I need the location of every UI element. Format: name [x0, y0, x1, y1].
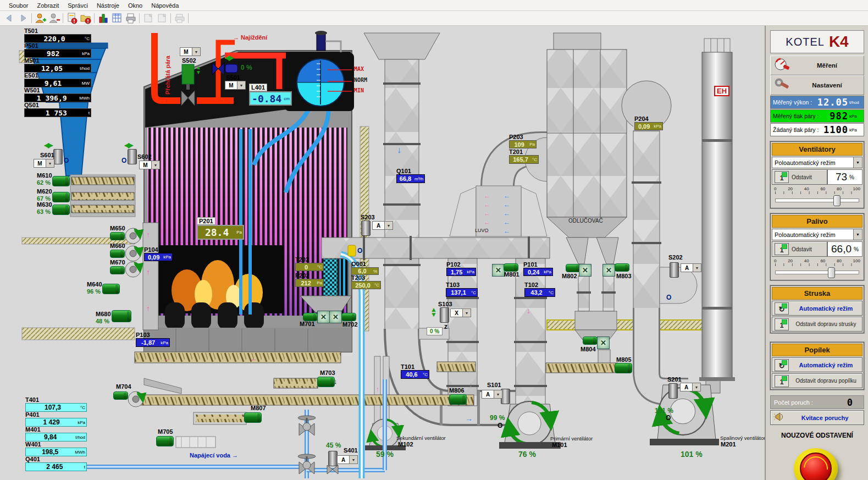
ventilatory-slider[interactable] [775, 198, 859, 202]
document-alert-icon[interactable] [65, 12, 79, 25]
s501-tag: S501 [226, 75, 240, 81]
m630-motor[interactable] [52, 205, 70, 215]
export-page2-icon[interactable] [155, 12, 169, 25]
m802-motor[interactable] [566, 264, 580, 272]
menu-zobrazit[interactable]: Zobrazit [32, 1, 63, 10]
m640-motor[interactable] [102, 284, 120, 294]
popilek-auto-button[interactable]: ↻Automatický režim [772, 357, 863, 372]
palivo-odstavit-button[interactable]: 1Odstavit [772, 241, 827, 257]
display-p501: P501982kPa [24, 42, 91, 58]
s502-mode-select[interactable]: M▼ [180, 47, 201, 56]
s602-tag: S602 [137, 154, 152, 160]
m804-motor[interactable] [583, 336, 598, 345]
m807-tag: M807 [251, 405, 266, 411]
m610-tag: M610 [37, 173, 52, 179]
s203-mode-select[interactable]: A▼ [372, 221, 393, 230]
toolbar [0, 11, 868, 26]
table-report-icon[interactable] [110, 12, 124, 25]
palivo-slider[interactable] [775, 271, 859, 274]
display-p202: P202212Pa [295, 272, 324, 287]
readout-zadany: Žádaný tlak páry :1100kPa [770, 123, 864, 136]
user-add-icon[interactable] [34, 12, 47, 25]
m702-tag: M702 [342, 322, 358, 328]
m704-tag: M704 [116, 384, 131, 390]
napajeci-voda-label: Napájecí voda → [190, 452, 238, 459]
s101-mode-select[interactable]: A▼ [482, 390, 502, 399]
popilek-odstavit-button[interactable]: 1Odstavit dopravu popílku [772, 373, 863, 388]
menu-okno[interactable]: Okno [124, 1, 147, 10]
m102-tag: M102 [398, 442, 413, 448]
struska-odstavit-button[interactable]: 1Odstavit dopravu strusky [772, 317, 863, 332]
m620-motor[interactable] [52, 192, 70, 202]
mereni-button[interactable]: Měření [770, 56, 864, 75]
printer-icon[interactable] [173, 12, 186, 25]
horn-icon [773, 412, 786, 424]
m801-tag: M801 [504, 272, 519, 278]
struska-auto-button[interactable]: ↻Automatický režim [772, 301, 863, 316]
print-report-icon[interactable] [124, 12, 137, 25]
m702-feeder[interactable]: ✕ [329, 311, 342, 323]
s602-mode-select[interactable]: M▼ [139, 161, 160, 169]
bar-chart-icon[interactable] [96, 12, 110, 25]
display-p104: P1040,09kPa [144, 246, 173, 261]
user-remove-icon[interactable] [47, 12, 61, 25]
s601-tag: S601 [40, 152, 54, 158]
s103-mode-select[interactable]: X▼ [450, 308, 471, 317]
s101-tag: S101 [487, 382, 501, 388]
display-l401: L401-0.84cm [249, 84, 292, 106]
m807-motor[interactable] [244, 412, 262, 423]
m680-motor[interactable] [112, 310, 131, 322]
s201-mode-select[interactable]: A▼ [680, 383, 701, 391]
s201-position: 101 % [655, 408, 673, 414]
folder-alert-icon[interactable] [79, 12, 92, 25]
m701-motor[interactable] [303, 313, 318, 321]
m804-feeder[interactable]: ✕ [597, 336, 610, 349]
m803-motor[interactable] [615, 263, 629, 272]
export-page-icon[interactable] [141, 12, 155, 25]
menu-napoveda[interactable]: Nápověda [147, 1, 183, 10]
ventilatory-slider-thumb[interactable] [833, 195, 841, 206]
nastaveni-button[interactable]: Nastavení [770, 75, 864, 95]
s401-actuator [328, 451, 338, 466]
m670-motor[interactable] [110, 266, 125, 274]
s401-mode-select[interactable]: A▼ [337, 455, 358, 464]
m801-feeder[interactable]: ✕ [492, 264, 505, 277]
s202-mode-select[interactable]: A▼ [681, 263, 701, 272]
m660-motor[interactable] [110, 250, 125, 258]
m703-motor[interactable] [317, 377, 335, 387]
m701-feeder[interactable]: ✕ [317, 311, 330, 323]
m704-motor[interactable] [113, 391, 128, 400]
kvitace-button[interactable]: Kvitace poruchy [770, 410, 864, 425]
m650-motor[interactable] [110, 232, 125, 240]
menu-soubor[interactable]: Soubor [4, 1, 32, 10]
s601-mode-select[interactable]: M▼ [34, 159, 54, 168]
dropdown-icon: ▼ [853, 229, 862, 240]
menu-bar: Soubor Zobrazit Správci Nástroje Okno Ná… [0, 0, 868, 11]
m806-motor[interactable] [449, 394, 467, 405]
menu-nastroje[interactable]: Nástroje [92, 1, 124, 10]
m610-motor[interactable] [52, 176, 70, 186]
m201-tag: M201 [721, 442, 736, 448]
m702-motor[interactable] [341, 313, 356, 321]
nav-back-icon[interactable] [2, 12, 16, 25]
m705-motor[interactable] [156, 436, 174, 446]
s601-o-flag: O [64, 157, 69, 164]
s501-mode-select[interactable]: M▼ [225, 81, 246, 90]
m101-speed: 76 % [518, 450, 536, 459]
nav-forward-icon[interactable] [16, 12, 30, 25]
ventilatory-odstavit-button[interactable]: 1Odstavit [772, 169, 827, 185]
m701-tag: M701 [300, 321, 315, 327]
palivo-mode-select[interactable]: Poloautomatický režim▼ [772, 229, 863, 240]
m802-feeder[interactable]: ✕ [579, 264, 591, 277]
menu-spravci[interactable]: Správci [63, 1, 92, 10]
coal-feeders [70, 175, 135, 217]
display-p101: P1010,24kPa [523, 261, 553, 276]
palivo-slider-thumb[interactable] [828, 267, 835, 278]
m801-motor[interactable] [504, 263, 518, 272]
m805-motor[interactable] [615, 363, 632, 373]
emergency-stop-button[interactable] [800, 453, 832, 480]
ventilatory-mode-select[interactable]: Poloautomatický režim▼ [772, 157, 863, 168]
m803-feeder[interactable]: ✕ [602, 264, 615, 277]
svg-text:←: ← [504, 209, 510, 217]
display-w501: W5011 396,9MWh [24, 87, 91, 102]
